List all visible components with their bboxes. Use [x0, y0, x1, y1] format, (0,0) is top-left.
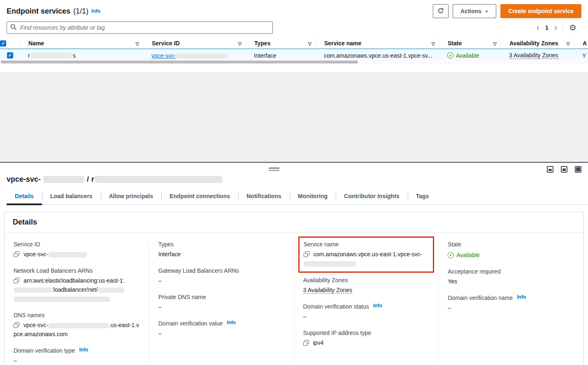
search-box[interactable]: [7, 21, 273, 34]
details-card-body: Service ID vpce-svc- Network Load Balanc…: [5, 233, 583, 365]
column-header-state[interactable]: State: [439, 38, 501, 49]
scrollbar-thumb[interactable]: [1, 61, 358, 63]
panel-size-small-button[interactable]: [547, 166, 553, 173]
field-value: arn:aws:elasticloadbalancing:us-east-1::…: [14, 276, 140, 303]
panel-title-id: vpce-svc-: [7, 175, 41, 184]
panel-size-large-button[interactable]: [575, 166, 581, 173]
column-label: Service ID: [152, 40, 180, 47]
select-all-checkbox[interactable]: [0, 40, 6, 47]
search-row: 1: [0, 21, 588, 34]
label-text: DNS names: [14, 312, 44, 318]
info-link[interactable]: Info: [517, 294, 526, 300]
label-text: Network Load Balancers ARNs: [14, 267, 93, 274]
create-endpoint-service-button[interactable]: Create endpoint service: [500, 4, 581, 18]
endpoint-services-section: Endpoint services (1/1) Info Actions Cre…: [0, 0, 588, 73]
column-header-availability-zones[interactable]: Availability Zones: [501, 38, 574, 49]
redaction: [14, 297, 110, 302]
tab-load-balancers[interactable]: Load balancers: [42, 190, 101, 204]
panel-resize-handle[interactable]: [269, 168, 279, 171]
value-text: ipv4: [313, 339, 324, 346]
value-text: vpce-svc-: [23, 322, 48, 328]
column-header-name[interactable]: Name: [20, 38, 143, 49]
panel-layout-buttons: [547, 166, 581, 173]
copy-icon[interactable]: [14, 251, 19, 257]
status-available-icon: [447, 52, 453, 58]
redaction: [98, 288, 125, 293]
column-label: Types: [254, 40, 270, 47]
label-text: Types: [158, 241, 174, 248]
field-supported-ip-address-type: Supported IP address type ipv4: [303, 330, 430, 347]
name-text: r: [28, 52, 30, 59]
column-filter-icon[interactable]: [238, 40, 242, 47]
column-header-acceptance[interactable]: A: [574, 38, 588, 49]
preferences-gear-button[interactable]: [569, 23, 576, 33]
refresh-button[interactable]: [433, 4, 449, 18]
copy-icon[interactable]: [14, 278, 19, 283]
copy-icon[interactable]: [14, 322, 19, 328]
column-filter-icon[interactable]: [136, 40, 139, 47]
highlight-box: Service name com.amazonaws.vpce.us-east-…: [298, 236, 435, 273]
field-label: Network Load Balancers ARNs: [14, 267, 140, 274]
tab-monitoring[interactable]: Monitoring: [290, 190, 336, 204]
info-link[interactable]: Info: [227, 320, 236, 325]
column-filter-icon[interactable]: [567, 40, 570, 47]
tab-contributor-insights[interactable]: Contributor Insights: [336, 190, 408, 204]
label-text: Service name: [304, 241, 339, 248]
header-actions: Actions Create endpoint service: [433, 4, 581, 18]
search-input[interactable]: [19, 24, 269, 31]
value-text: vpce-svc-: [23, 251, 48, 257]
field-types: Types Interface: [158, 241, 285, 259]
horizontal-scrollbar[interactable]: [0, 60, 588, 64]
status-badge: Available: [447, 52, 479, 59]
info-link[interactable]: Info: [79, 347, 88, 353]
tab-allow-principals[interactable]: Allow principals: [101, 190, 161, 204]
column-header-service-id[interactable]: Service ID: [143, 38, 246, 49]
label-text: State: [448, 241, 461, 248]
field-value: ipv4: [303, 338, 430, 347]
column-filter-icon[interactable]: [308, 40, 311, 47]
field-label: Domain verification name Info: [448, 295, 574, 301]
field-value: com.amazonaws.vpce.us-east-1.vpce-svc-: [304, 250, 429, 268]
value-text: arn:aws:elasticloadbalancing:us-east-1:: [23, 277, 124, 284]
row-checkbox[interactable]: [7, 52, 13, 58]
availability-zones-popover-trigger[interactable]: 3 Availability Zones: [509, 52, 558, 59]
copy-icon[interactable]: [304, 251, 309, 257]
availability-zones-popover-trigger[interactable]: 3 Availability Zones: [303, 287, 353, 294]
field-service-name: Service name com.amazonaws.vpce.us-east-…: [304, 241, 429, 268]
info-link[interactable]: Info: [91, 8, 100, 14]
info-link[interactable]: Info: [373, 303, 382, 309]
field-value: –: [158, 329, 285, 338]
resource-count: (1/1): [73, 7, 88, 16]
search-icon: [10, 24, 16, 31]
field-label: Domain verification value Info: [158, 320, 285, 327]
previous-page-button[interactable]: [537, 23, 539, 32]
actions-button[interactable]: Actions: [453, 4, 496, 18]
column-filter-icon[interactable]: [432, 40, 435, 47]
tab-details[interactable]: Details: [7, 190, 42, 204]
next-page-button[interactable]: [554, 23, 557, 32]
copy-icon[interactable]: [303, 340, 309, 346]
label-text: Private DNS name: [158, 294, 206, 300]
tab-endpoint-connections[interactable]: Endpoint connections: [161, 190, 238, 204]
field-value: –: [448, 303, 574, 312]
tab-notifications[interactable]: Notifications: [238, 190, 290, 204]
select-all-cell: [0, 38, 20, 49]
column-label: Name: [28, 40, 44, 47]
column-header-types[interactable]: Types: [246, 38, 316, 49]
field-label: Supported IP address type: [303, 330, 430, 336]
label-text: Domain verification value: [158, 320, 223, 327]
field-value: vpce-svc-.us-east-1.vpce.amazonaws.com: [14, 321, 140, 339]
column-header-service-name[interactable]: Service name: [316, 38, 439, 49]
column-filter-icon[interactable]: [493, 40, 497, 47]
field-domain-verification-name: Domain verification name Info –: [448, 295, 574, 312]
service-id-link[interactable]: vpce-svc-: [151, 52, 228, 59]
page-title: Endpoint services: [7, 7, 70, 16]
service-id-text: vpce-svc-: [151, 52, 176, 59]
label-text: Domain verification name: [448, 295, 513, 301]
field-label: State: [448, 241, 574, 248]
field-dns-names: DNS names vpce-svc-.us-east-1.vpce.amazo…: [14, 312, 140, 339]
panel-size-medium-button[interactable]: [561, 166, 567, 173]
current-page[interactable]: 1: [545, 24, 548, 31]
tab-tags[interactable]: Tags: [408, 190, 437, 204]
split-panel: vpce-svc- / r Details Load balancers All…: [0, 162, 588, 365]
